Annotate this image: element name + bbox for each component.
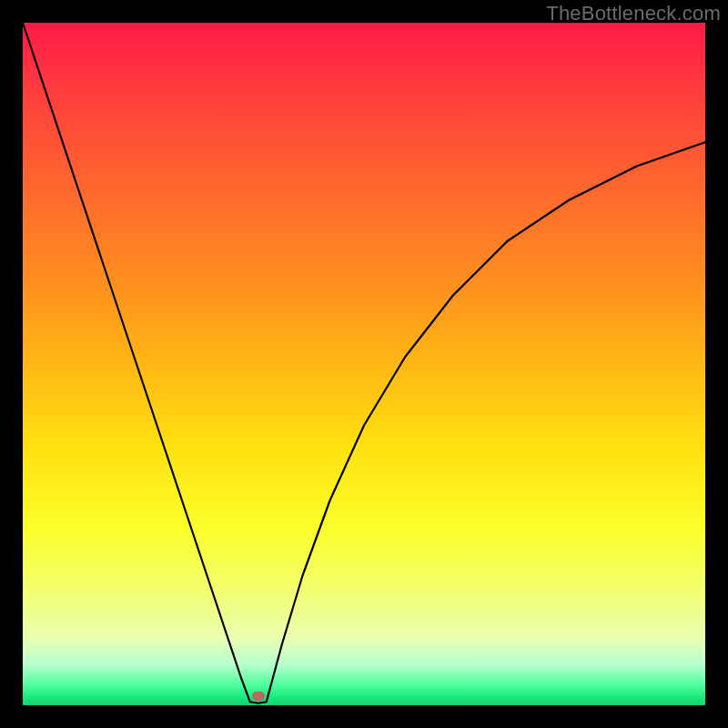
watermark-text: TheBottleneck.com	[546, 2, 721, 25]
bottleneck-curve	[23, 23, 705, 703]
optimal-marker	[252, 692, 265, 701]
chart-frame: TheBottleneck.com	[0, 0, 728, 728]
curve-layer	[23, 23, 705, 705]
